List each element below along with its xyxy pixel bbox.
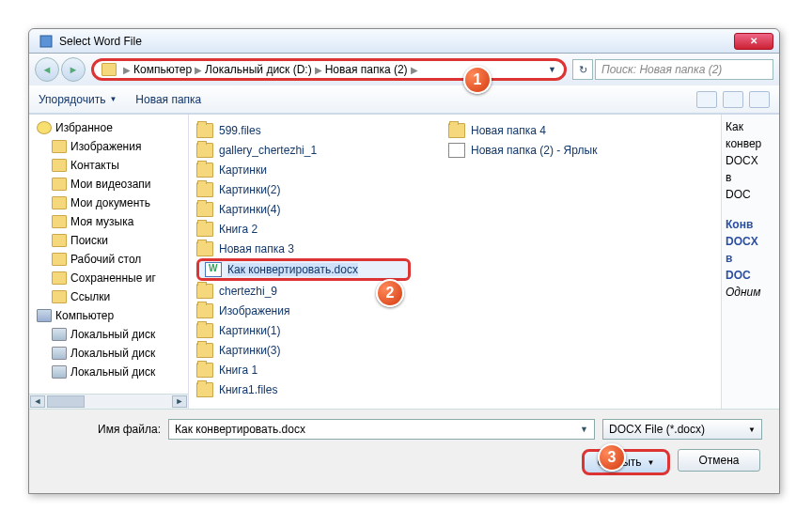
chevron-down-icon[interactable]: ▼ bbox=[548, 65, 556, 74]
file-item[interactable]: Изображения bbox=[196, 301, 403, 320]
filename-input[interactable]: Как конвертировать.docx ▼ bbox=[168, 419, 595, 440]
file-item[interactable]: Новая папка (2) - Ярлык bbox=[448, 140, 655, 160]
scroll-thumb[interactable] bbox=[47, 395, 85, 408]
folder-icon bbox=[196, 241, 213, 256]
navbar: ◄ ► ▶ Компьютер ▶ Локальный диск (D:) ▶ … bbox=[29, 54, 779, 85]
tree-item[interactable]: Мои документь bbox=[29, 194, 188, 212]
cancel-button[interactable]: Отмена bbox=[678, 449, 760, 472]
folder-icon bbox=[196, 222, 213, 237]
link-icon bbox=[448, 143, 465, 158]
help-button[interactable] bbox=[749, 91, 770, 108]
chevron-down-icon: ▼ bbox=[648, 458, 655, 467]
chevron-down-icon[interactable]: ▼ bbox=[580, 425, 588, 434]
app-icon bbox=[39, 34, 54, 49]
scroll-right-icon[interactable]: ► bbox=[172, 395, 187, 408]
chevron-right-icon: ▶ bbox=[411, 65, 418, 75]
folder-icon bbox=[52, 253, 67, 266]
drive-icon bbox=[52, 328, 67, 341]
forward-button[interactable]: ► bbox=[61, 57, 86, 82]
scroll-left-icon[interactable]: ◄ bbox=[30, 395, 45, 408]
folder-icon bbox=[196, 382, 213, 397]
doc-icon bbox=[205, 262, 222, 277]
tree-item[interactable]: Мои видеозапи bbox=[29, 175, 188, 194]
breadcrumb-drive[interactable]: Локальный диск (D:) bbox=[205, 63, 312, 76]
file-item[interactable]: Книга1.files bbox=[196, 379, 403, 399]
tree-item[interactable]: Поиски bbox=[29, 231, 188, 250]
search-placeholder: Поиск: Новая папка (2) bbox=[601, 63, 722, 76]
tree-item[interactable]: Сохраненные иг bbox=[29, 269, 188, 287]
back-button[interactable]: ◄ bbox=[35, 57, 59, 82]
drive-icon bbox=[52, 365, 67, 379]
breadcrumb-root[interactable]: Компьютер bbox=[133, 63, 192, 76]
nav-tree[interactable]: Избранное Изображения Контакты Мои видео… bbox=[29, 115, 189, 409]
file-item[interactable]: Книга 1 bbox=[196, 360, 403, 379]
organize-menu[interactable]: Упорядочить ▼ bbox=[39, 93, 117, 106]
refresh-button[interactable]: ↻ bbox=[572, 59, 593, 80]
folder-icon bbox=[102, 63, 117, 76]
tree-drive[interactable]: Локальный диск bbox=[29, 363, 188, 381]
folder-icon bbox=[196, 363, 213, 378]
preview-pane-button[interactable] bbox=[723, 91, 743, 108]
file-item[interactable]: Картинки(1) bbox=[196, 320, 403, 340]
computer-icon bbox=[37, 309, 52, 322]
folder-icon bbox=[196, 323, 213, 338]
tree-item[interactable]: Изображения bbox=[29, 137, 188, 156]
file-item[interactable]: gallery_chertezhi_1 bbox=[196, 140, 403, 160]
file-item[interactable]: Картинки(2) bbox=[196, 179, 403, 199]
tree-drive[interactable]: Локальный диск bbox=[29, 325, 188, 344]
folder-icon bbox=[196, 284, 213, 299]
tree-item[interactable]: Ссылки bbox=[29, 287, 188, 306]
filename-label: Имя файла: bbox=[46, 423, 168, 436]
tree-scrollbar[interactable]: ◄ ► bbox=[29, 394, 188, 409]
folder-icon bbox=[196, 163, 213, 178]
file-item[interactable]: Картинки(3) bbox=[196, 340, 403, 360]
file-item[interactable]: Как конвертировать.docx bbox=[196, 258, 411, 281]
close-button[interactable]: ✕ bbox=[734, 33, 773, 50]
file-item[interactable]: Книга 2 bbox=[196, 219, 403, 239]
folder-icon bbox=[196, 343, 213, 358]
tree-item[interactable]: Моя музыка bbox=[29, 212, 188, 231]
tree-computer[interactable]: Компьютер bbox=[29, 306, 188, 325]
tree-item[interactable]: Рабочий стол bbox=[29, 250, 188, 269]
chevron-right-icon: ▶ bbox=[315, 65, 322, 75]
address-bar[interactable]: ▶ Компьютер ▶ Локальный диск (D:) ▶ Нова… bbox=[91, 58, 567, 81]
tree-favorites[interactable]: Избранное bbox=[29, 118, 188, 137]
chevron-down-icon: ▼ bbox=[109, 95, 117, 103]
tree-drive[interactable]: Локальный диск bbox=[29, 344, 188, 363]
folder-icon bbox=[52, 234, 67, 247]
folder-icon bbox=[52, 159, 67, 172]
titlebar[interactable]: Select Word File ✕ bbox=[29, 29, 779, 54]
file-item[interactable]: Картинки(4) bbox=[196, 199, 403, 219]
folder-icon bbox=[196, 202, 213, 217]
file-item[interactable]: 599.files bbox=[196, 120, 403, 140]
breadcrumb-folder[interactable]: Новая папка (2) bbox=[325, 63, 408, 76]
filetype-combo[interactable]: DOCX File (*.docx) ▼ bbox=[602, 419, 762, 440]
annotation-badge-2: 2 bbox=[376, 279, 404, 307]
folder-icon bbox=[196, 182, 213, 197]
tree-item[interactable]: Контакты bbox=[29, 156, 188, 175]
file-item[interactable]: chertezhi_9 bbox=[196, 281, 403, 301]
file-item[interactable]: Новая папка 3 bbox=[196, 239, 403, 258]
file-list[interactable]: 599.filesgallery_chertezhi_1КартинкиКарт… bbox=[189, 115, 721, 409]
new-folder-button[interactable]: Новая папка bbox=[135, 93, 201, 106]
search-input[interactable]: Поиск: Новая папка (2) bbox=[595, 59, 773, 80]
star-icon bbox=[37, 121, 52, 134]
chevron-right-icon: ▶ bbox=[195, 65, 202, 75]
open-button[interactable]: Открыть ▼ bbox=[582, 449, 670, 475]
folder-icon bbox=[52, 196, 67, 209]
folder-icon bbox=[52, 290, 67, 303]
annotation-badge-1: 1 bbox=[463, 66, 492, 94]
file-item[interactable]: Новая папка 4 bbox=[448, 120, 655, 140]
folder-icon bbox=[52, 215, 67, 228]
folder-icon bbox=[52, 140, 67, 153]
folder-icon bbox=[196, 143, 213, 158]
window-title: Select Word File bbox=[59, 35, 734, 48]
view-mode-button[interactable] bbox=[696, 91, 717, 108]
folder-icon bbox=[448, 123, 465, 138]
preview-pane: Как конвер DOCX в DOC Конв DOCX в DOC Од… bbox=[721, 115, 779, 409]
chevron-down-icon: ▼ bbox=[748, 426, 756, 434]
file-dialog: Select Word File ✕ ◄ ► ▶ Компьютер ▶ Лок… bbox=[28, 28, 780, 494]
drive-icon bbox=[52, 347, 67, 360]
chevron-right-icon: ▶ bbox=[123, 65, 131, 75]
file-item[interactable]: Картинки bbox=[196, 160, 403, 179]
